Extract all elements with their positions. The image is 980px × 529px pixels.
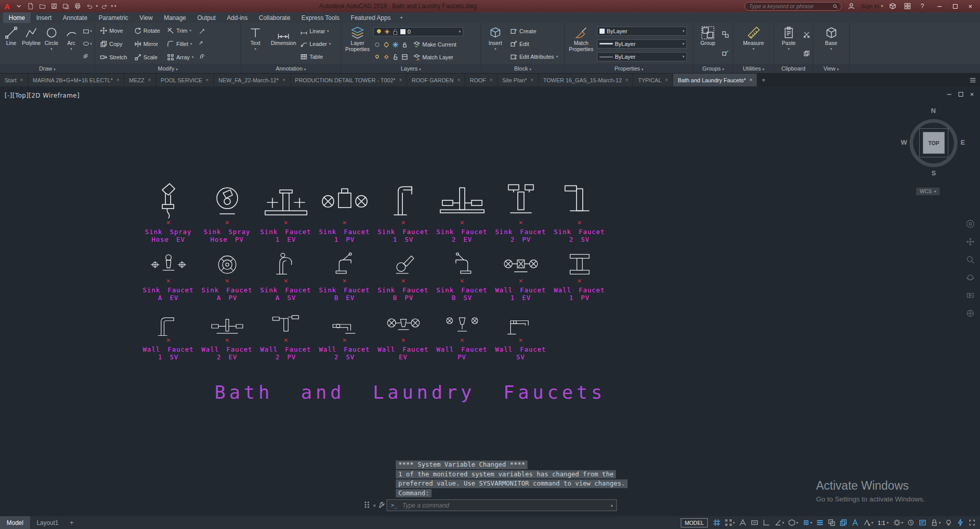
ribbon-tab-collaborate[interactable]: Collaborate [253,12,296,23]
file-tab-tower-16-gas-15-march-12[interactable]: TOWER 16_GAS_15-March-12× [539,74,633,86]
new-layout-button[interactable]: + [65,516,78,529]
clean-screen-icon[interactable] [967,518,977,528]
polyline-button[interactable]: Polyline [22,25,41,63]
edit-attributes-button[interactable]: Edit Attributes▾ [509,53,559,60]
graphics-performance-icon[interactable] [955,518,966,528]
layer-properties-button[interactable]: Layer Properties [343,25,372,63]
command-input-field[interactable]: >_ ▴ [387,499,617,511]
object-color-dropdown[interactable]: ByLayer▾ [597,27,687,36]
autocad-logo-icon[interactable]: A [2,2,12,11]
close-button[interactable]: × [963,0,978,12]
ribbon-tab-express-tools[interactable]: Express Tools [296,12,345,23]
layer-off-button[interactable] [373,41,381,49]
rotate-button[interactable]: Rotate [133,27,161,34]
file-tab-close-icon[interactable]: × [531,77,534,83]
file-tab-roof[interactable]: ROOF× [465,74,497,86]
showmotion-icon[interactable] [966,291,975,302]
symbol-sink-faucet-1-pv[interactable]: ×Sink Faucet1 PV [315,178,374,243]
symbol-sink-faucet-a-pv[interactable]: ×Sink FaucetA PV [198,251,256,302]
command-line-grip-icon[interactable] [364,501,370,510]
erase-button[interactable] [198,28,206,35]
symbol-sink-faucet-b-ev[interactable]: ×Sink FaucetB EV [315,251,374,302]
redo-icon[interactable] [100,2,110,11]
rectangle-button[interactable]: ▾ [82,28,93,35]
annotation-visibility-icon[interactable] [850,518,861,528]
symbol-wall-faucet-1-ev[interactable]: ×Wall Faucet1 EV [491,251,550,302]
transparency-toggle-icon[interactable] [826,518,837,528]
file-tab-close-icon[interactable]: × [148,77,151,83]
save-icon[interactable] [49,2,59,11]
ribbon-tab-insert[interactable]: Insert [31,12,57,23]
viewcube-top-face[interactable]: TOP [923,132,945,154]
layer-isolate-button[interactable] [383,41,390,49]
plot-icon[interactable] [73,2,83,11]
lock-ui-icon[interactable]: ▾ [929,518,942,528]
symbol-sink-faucet-1-ev[interactable]: ×Sink Faucet1 EV [256,178,315,243]
file-tab-mezz[interactable]: MEZZ× [125,74,156,86]
drawing-canvas[interactable]: [-][Top][2D Wireframe] − × N W E S TOP W… [0,86,980,516]
dimension-button[interactable]: Dimension [269,25,298,63]
symbol-sink-faucet-2-pv[interactable]: ×Sink Faucet2 PV [491,178,550,243]
match-properties-button[interactable]: Match Properties [567,25,595,63]
ribbon-display-toggle[interactable]: ▾ [396,12,407,23]
file-tab-close-icon[interactable]: × [749,77,752,83]
sign-in-button[interactable]: Sign In ▾ [861,3,883,9]
leader-button[interactable]: Leader▾ [299,40,332,48]
panel-properties-label[interactable]: Properties ▾ [565,64,693,73]
search-box[interactable] [745,2,842,11]
annotation-scale-button[interactable]: 1:1▾ [876,520,891,526]
ribbon-tab-annotate[interactable]: Annotate [57,12,93,23]
fillet-button[interactable]: Fillet▾ [166,40,195,48]
doc-close-button[interactable]: × [970,90,974,98]
symbol-wall-faucet-1-pv[interactable]: ×Wall Faucet1 PV [550,251,609,302]
make-current-button[interactable]: Make Current [412,41,458,48]
doc-restore-button[interactable] [959,90,963,98]
polar-tracking-icon[interactable]: ▾ [773,518,786,528]
scale-button[interactable]: Scale [133,54,161,61]
command-input[interactable] [401,501,607,510]
viewcube-south[interactable]: S [931,169,936,177]
file-tab-close-icon[interactable]: × [399,77,402,83]
hatch-button[interactable] [82,53,93,60]
file-tab-close-icon[interactable]: × [116,77,119,83]
layout1-tab[interactable]: Layout1 [30,516,65,529]
new-drawing-tab-button[interactable]: + [757,74,770,86]
command-line-close-icon[interactable]: × [372,502,377,509]
base-button[interactable]: Base▾ [819,25,844,63]
quick-properties-icon[interactable] [917,518,928,528]
layer-thaw-all-button[interactable] [383,53,390,61]
ribbon-tab-featured-apps[interactable]: Featured Apps [345,12,396,23]
symbol-sink-faucet-b-pv[interactable]: ×Sink FaucetB PV [374,251,433,302]
search-input[interactable] [748,3,830,10]
maximize-button[interactable] [947,0,963,12]
explode-button[interactable] [198,40,206,48]
file-tab-marina-2b-g-m-16-electl[interactable]: MARINA 2B+G+M+16 ELECTL*× [28,74,124,86]
app-menu-caret-icon[interactable] [14,2,24,11]
insert-button[interactable]: Insert▾ [483,25,508,63]
user-avatar-icon[interactable] [846,2,856,11]
file-tab-typical[interactable]: TYPICAL× [633,74,673,86]
minimize-button[interactable]: − [932,0,947,12]
panel-utilities-label[interactable]: Utilities ▾ [733,64,774,73]
ribbon-tab-add-ins[interactable]: Add-ins [221,12,253,23]
layer-on-all-button[interactable] [373,53,381,61]
snap-toggle-icon[interactable]: ▾ [723,518,736,528]
infer-constraints-icon[interactable] [737,518,748,528]
group-button[interactable]: Group [696,25,720,63]
full-navigation-wheel-icon[interactable] [966,219,975,231]
array-button[interactable]: Array▾ [166,54,195,61]
file-tab-close-icon[interactable]: × [626,77,629,83]
orbit-icon[interactable] [966,273,975,284]
copy-button[interactable]: Copy [99,40,128,48]
file-tab-close-icon[interactable]: × [665,77,668,83]
workspace-gear-icon[interactable]: ▾ [892,518,905,528]
layer-unlock-all-button[interactable] [392,53,399,61]
symbol-sink-faucet-2-ev[interactable]: ×Sink Faucet2 EV [433,178,491,243]
model-tab[interactable]: Model [0,516,30,529]
paste-button[interactable]: Paste▾ [777,25,801,63]
ribbon-tab-output[interactable]: Output [192,12,221,23]
redo-caret-icon[interactable]: ▾ [111,4,113,8]
symbol-sink-spray-hose-ev[interactable]: ×Sink SprayHose EV [139,178,198,243]
pan-icon[interactable] [966,237,975,248]
symbol-wall-faucet-sv[interactable]: ×Wall FaucetSV [491,312,550,361]
